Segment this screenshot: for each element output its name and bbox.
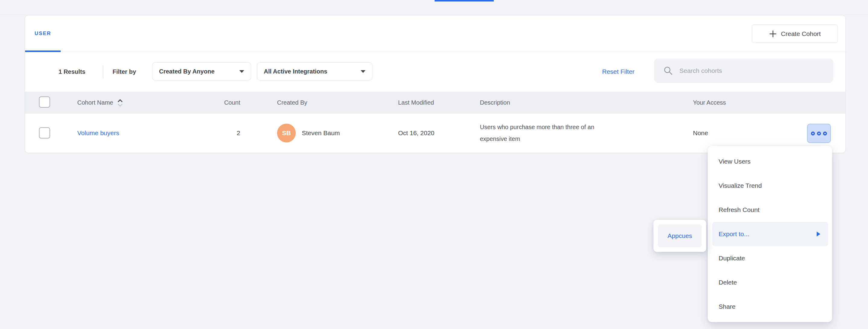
submenu-arrow-icon bbox=[817, 231, 820, 237]
header-last-modified: Last Modified bbox=[398, 92, 434, 114]
header-your-access: Your Access bbox=[693, 92, 726, 114]
submenu-item-appcues[interactable]: Appcues bbox=[658, 224, 702, 247]
menu-item-export-to-label: Export to... bbox=[719, 230, 749, 238]
filter-bar: 1 Results Filter by Created By Anyone Al… bbox=[25, 52, 845, 92]
menu-item-refresh-count[interactable]: Refresh Count bbox=[708, 198, 832, 222]
reset-filter-link[interactable]: Reset Filter bbox=[602, 52, 634, 92]
description-line-2: expensive item bbox=[480, 133, 594, 145]
create-cohort-button[interactable]: Create Cohort bbox=[752, 25, 838, 43]
create-cohort-label: Create Cohort bbox=[781, 30, 821, 37]
creator-name: Steven Baum bbox=[302, 130, 340, 137]
created-by-cell: SB Steven Baum bbox=[277, 114, 340, 153]
plus-icon bbox=[769, 30, 777, 38]
avatar-initials: SB bbox=[282, 130, 291, 137]
tab-user[interactable]: USER bbox=[25, 16, 61, 51]
cohorts-card: USER Create Cohort 1 Results Filter by C… bbox=[25, 15, 846, 153]
menu-item-visualize-trend[interactable]: Visualize Trend bbox=[708, 173, 832, 198]
header-description: Description bbox=[480, 92, 510, 114]
tab-user-label: USER bbox=[34, 31, 51, 36]
search-cohorts-box[interactable] bbox=[654, 59, 833, 83]
table-header-row: Cohort Name Count Created By Last Modifi… bbox=[25, 92, 845, 114]
ellipsis-icon bbox=[811, 132, 815, 135]
search-input[interactable] bbox=[679, 67, 827, 75]
last-modified-cell: Oct 16, 2020 bbox=[398, 114, 434, 153]
description-cell: Users who purchase more than three of an… bbox=[480, 114, 594, 153]
ellipsis-icon bbox=[817, 132, 821, 135]
sort-icon[interactable] bbox=[117, 98, 123, 107]
created-by-dropdown[interactable]: Created By Anyone bbox=[152, 62, 251, 80]
cohort-count: 2 bbox=[194, 114, 240, 153]
row-actions-button[interactable] bbox=[807, 124, 831, 143]
cohorts-screen: USER Create Cohort 1 Results Filter by C… bbox=[0, 0, 868, 329]
description-line-1: Users who purchase more than three of an bbox=[480, 121, 594, 133]
filter-by-label: Filter by bbox=[113, 52, 136, 92]
filter-divider bbox=[103, 65, 103, 78]
chevron-down-icon bbox=[239, 70, 244, 73]
menu-item-delete[interactable]: Delete bbox=[708, 270, 832, 295]
search-icon bbox=[664, 66, 673, 75]
active-nav-tab-indicator bbox=[435, 0, 494, 1]
menu-item-duplicate[interactable]: Duplicate bbox=[708, 246, 832, 270]
created-by-dropdown-value: Created By Anyone bbox=[159, 68, 215, 75]
chevron-down-icon bbox=[361, 70, 366, 73]
ellipsis-icon bbox=[823, 132, 827, 135]
header-count: Count bbox=[194, 92, 240, 114]
tab-bar: USER Create Cohort bbox=[25, 16, 845, 51]
row-checkbox[interactable] bbox=[39, 127, 50, 138]
integrations-dropdown-value: All Active Integrations bbox=[264, 68, 327, 75]
header-created-by: Created By bbox=[277, 92, 307, 114]
header-cohort-name[interactable]: Cohort Name bbox=[77, 92, 123, 114]
select-all-checkbox[interactable] bbox=[39, 97, 50, 108]
export-submenu: Appcues bbox=[653, 220, 706, 252]
cohort-name-link[interactable]: Volume buyers bbox=[77, 130, 119, 137]
avatar: SB bbox=[277, 124, 296, 142]
integrations-dropdown[interactable]: All Active Integrations bbox=[257, 62, 372, 80]
row-context-menu: View Users Visualize Trend Refresh Count… bbox=[708, 146, 832, 322]
menu-item-share[interactable]: Share bbox=[708, 295, 832, 319]
menu-item-view-users[interactable]: View Users bbox=[708, 149, 832, 173]
results-count: 1 Results bbox=[59, 52, 85, 92]
your-access-cell: None bbox=[693, 114, 708, 153]
menu-item-export-to[interactable]: Export to... bbox=[712, 222, 828, 246]
